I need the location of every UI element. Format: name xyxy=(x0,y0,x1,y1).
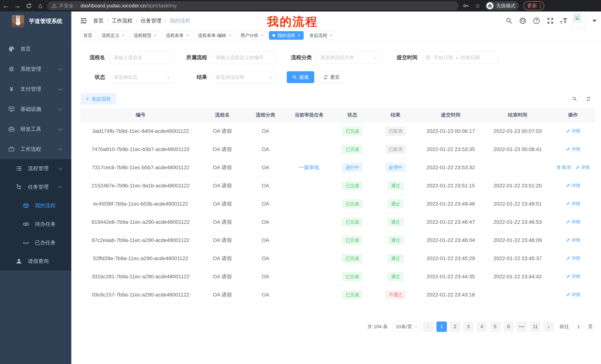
sidebar-item-流程管理[interactable]: 流程管理 xyxy=(0,159,71,178)
status-select[interactable]: 请选择状态 xyxy=(110,71,174,84)
category-select[interactable]: 请选择流程分类 xyxy=(316,51,380,64)
sidebar-item-基础设施[interactable]: 基础设施 xyxy=(0,99,71,119)
browser-menu-icon[interactable] xyxy=(540,3,541,8)
sidebar-item-首页[interactable]: 首页 xyxy=(0,39,71,59)
reload-icon xyxy=(26,3,31,9)
breadcrumb-item: 我的流程 xyxy=(170,17,190,24)
browser-forward-button[interactable]: → xyxy=(11,0,23,11)
page-button-5[interactable]: 5 xyxy=(490,322,500,332)
browser-reload-button[interactable] xyxy=(23,0,35,11)
详情-action-link[interactable]: 详情 xyxy=(566,128,580,134)
goto-page-input[interactable] xyxy=(572,322,585,332)
详情-action-link[interactable]: 详情 xyxy=(566,237,580,243)
page-button-6[interactable]: 6 xyxy=(503,322,514,332)
process-name-input[interactable] xyxy=(113,55,170,60)
详情-action-link[interactable]: 详情 xyxy=(566,201,580,207)
next-page-button[interactable]: › xyxy=(543,322,554,332)
page-button-3[interactable]: 3 xyxy=(463,322,474,332)
more-pages-button[interactable]: ••• xyxy=(517,322,527,332)
tab-首页[interactable]: 首页 xyxy=(80,31,96,40)
sidebar-item-系统管理[interactable]: 系统管理 xyxy=(0,59,71,79)
cell-id: 7317cec6-7b9b-11ec-b5b7-acde48001122 xyxy=(80,158,201,177)
top-navbar: 首页/工作流程/任务管理/我的流程 TT xyxy=(71,11,601,30)
chevron-down-icon xyxy=(58,126,62,130)
cell-end-time: 2022-01-22 23:44:42 xyxy=(484,268,551,286)
page-button-2[interactable]: 2 xyxy=(450,322,460,332)
create-process-button[interactable]: + 发起流程 xyxy=(81,94,116,104)
tab-我的流程[interactable]: 我的流程× xyxy=(269,31,304,40)
browser-home-button[interactable]: ⌂ xyxy=(35,0,46,11)
app-logo-row[interactable]: 芋道管理系统 xyxy=(0,11,71,31)
font-size-icon[interactable]: TT xyxy=(560,17,567,25)
close-icon[interactable]: × xyxy=(298,33,300,38)
详情-action-link[interactable]: 详情 xyxy=(566,219,580,225)
show-search-button[interactable] xyxy=(570,94,580,104)
close-icon[interactable]: × xyxy=(229,33,231,38)
tab-发起流程[interactable]: 发起流程× xyxy=(306,31,336,40)
browser-back-button[interactable]: ← xyxy=(0,0,11,11)
page-size-select[interactable]: 10条/页 xyxy=(393,322,420,332)
tab-用户分组[interactable]: 用户分组× xyxy=(237,31,267,40)
tab-流程表单-编辑[interactable]: 流程表单-编辑× xyxy=(194,31,235,40)
refresh-table-button[interactable] xyxy=(583,94,594,104)
cell-end-time: 2022-01-22 23:51:20 xyxy=(484,177,551,195)
sidebar-item-待办任务[interactable]: 待办任务 xyxy=(0,215,71,233)
sidebar-item-支付管理[interactable]: ¥支付管理 xyxy=(0,79,71,99)
close-icon[interactable]: × xyxy=(261,33,263,38)
page-button-11[interactable]: 11 xyxy=(530,322,541,332)
process-definition-input[interactable] xyxy=(215,55,272,60)
cell-status: 已完成 xyxy=(331,231,374,249)
cell-name: OA 请假 xyxy=(201,268,244,286)
close-icon[interactable]: × xyxy=(154,33,157,38)
bookmark-star-icon[interactable]: ☆ xyxy=(475,2,481,10)
search-button[interactable]: 搜索 xyxy=(287,71,314,83)
submit-time-range-picker[interactable]: 开始日期 - 结束日期 xyxy=(422,51,499,64)
fullscreen-icon[interactable] xyxy=(546,17,554,25)
table-row: 52ffd28e-7b9a-11ec-a290-acde48001122OA 请… xyxy=(80,249,595,268)
browser-update-button[interactable]: 更新 xyxy=(523,1,544,10)
github-icon[interactable] xyxy=(519,17,527,25)
cell-category: OA xyxy=(244,249,287,268)
breadcrumb-item[interactable]: 首页 xyxy=(93,17,104,24)
详情-action-link[interactable]: 详情 xyxy=(566,182,580,189)
sidebar-item-已办任务[interactable]: 已办任务 xyxy=(0,233,71,252)
calendar-icon xyxy=(425,55,431,60)
sidebar-item-任务管理[interactable]: 任务管理 xyxy=(0,178,71,196)
cell-end-time xyxy=(484,158,551,177)
sidebar-item-研发工具[interactable]: 研发工具 xyxy=(0,119,71,139)
avatar[interactable] xyxy=(573,13,586,28)
reset-button[interactable]: 重置 xyxy=(319,71,344,83)
sidebar-item-我的流程[interactable]: 我的流程 xyxy=(0,196,71,215)
tab-流程模型[interactable]: 流程模型× xyxy=(130,31,160,40)
breadcrumb-item[interactable]: 工作流程 xyxy=(112,17,133,24)
page-button-1[interactable]: 1 xyxy=(436,322,447,332)
prev-page-button[interactable]: ‹ xyxy=(423,322,433,332)
详情-action-link[interactable]: 详情 xyxy=(566,292,580,297)
取消-action-link[interactable]: 取消 xyxy=(556,164,571,170)
incognito-icon xyxy=(486,2,493,9)
tab-流程表单[interactable]: 流程表单× xyxy=(162,31,192,40)
close-icon[interactable]: × xyxy=(186,33,189,38)
close-icon[interactable]: × xyxy=(330,33,332,38)
sidebar-item-label: 首页 xyxy=(20,46,31,52)
详情-action-link[interactable]: 详情 xyxy=(566,273,580,279)
详情-action-link[interactable]: 详情 xyxy=(566,146,580,152)
tab-流程定义[interactable]: 流程定义× xyxy=(98,31,128,40)
close-icon[interactable]: × xyxy=(122,33,124,38)
search-icon[interactable] xyxy=(505,17,513,25)
sidebar-item-请假查询[interactable]: 请假查询 xyxy=(0,252,71,270)
help-icon[interactable] xyxy=(532,17,541,25)
breadcrumb-item[interactable]: 任务管理 xyxy=(141,17,161,24)
task-link[interactable]: 一级审批 xyxy=(299,164,320,170)
column-header-结束时间: 结束时间 xyxy=(484,108,551,122)
avatar-dropdown-icon[interactable] xyxy=(592,20,597,22)
result-select[interactable]: 请选择流结果 xyxy=(211,71,276,84)
sidebar-item-工作流程[interactable]: 工作流程 xyxy=(0,139,71,159)
address-bar[interactable]: 不安全 dashboard.yudao.iocoder.cn /bpm/task… xyxy=(47,1,459,10)
key-icon[interactable] xyxy=(462,2,470,10)
tab-label: 流程定义 xyxy=(102,32,120,38)
sidebar-collapse-button[interactable] xyxy=(78,15,89,26)
page-button-4[interactable]: 4 xyxy=(477,322,487,332)
详情-action-link[interactable]: 详情 xyxy=(575,164,590,170)
详情-action-link[interactable]: 详情 xyxy=(566,255,580,261)
